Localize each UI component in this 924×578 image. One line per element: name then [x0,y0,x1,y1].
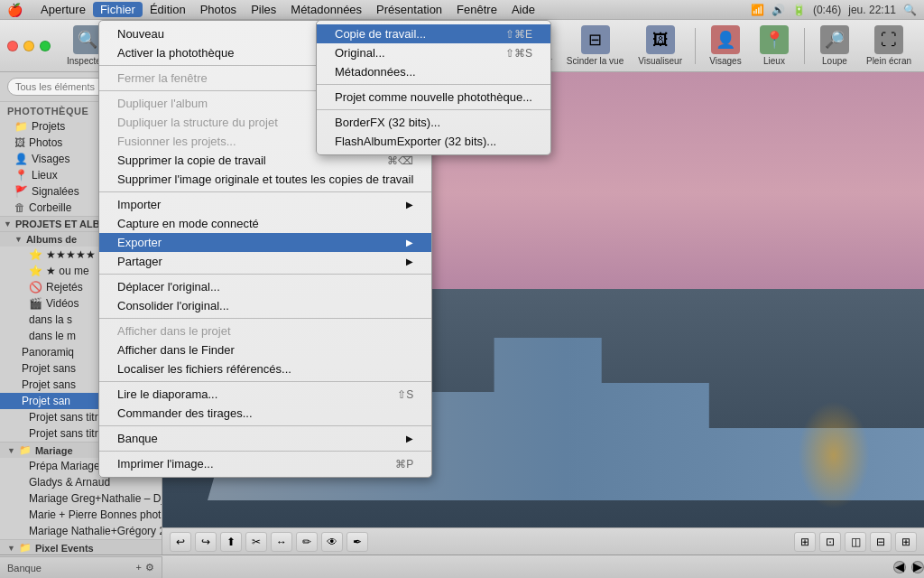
toolbar-r5[interactable]: ⊞ [895,532,917,552]
menubar-aide[interactable]: Aide [504,2,542,17]
submenu-sep-1 [317,84,550,85]
stars5-icon: ⭐ [29,248,42,261]
menubar-presentation[interactable]: Présentation [369,2,449,17]
menu-imprimer[interactable]: Imprimer l'image... ⌘P [99,454,431,473]
menubar-fichier[interactable]: Fichier [93,2,143,17]
sidebar-label-dans-m: dans le m [29,330,76,342]
wc-prev[interactable]: ◀ [893,561,906,573]
toolbar-r3[interactable]: ◫ [845,532,866,552]
triangle-pixel: ▼ [7,544,15,553]
menu-partager-arrow: ▶ [406,256,413,266]
minimize-button[interactable] [23,41,34,51]
projets-label: PROJETS ET ALBU [15,219,107,229]
visualiseur-button[interactable]: 🖼 Visualiseur [633,22,688,70]
toolbar-up-btn[interactable]: ⬆ [220,532,242,552]
triangle-mariage: ▼ [7,446,15,455]
menu-supprimer-originale[interactable]: Supprimer l'image originale et toutes le… [99,170,431,189]
toolbar-r2[interactable]: ⊡ [819,532,841,552]
submenu-copie-travail[interactable]: Copie de travail... ⇧⌘E [317,24,550,43]
albums-label: Albums de [26,234,77,245]
sidebar-label-panoramiq: Panoramiq [22,346,74,359]
toolbar-crop-btn[interactable]: ✂ [245,532,267,552]
menubar-edition[interactable]: Édition [143,2,193,17]
sidebar-label-starsme: ★ ou me [46,265,89,277]
toolbar-r1[interactable]: ⊞ [794,532,816,552]
menubar-search-icon[interactable]: 🔍 [903,4,917,16]
menu-supprimer-copie-label: Supprimer la copie de travail [117,154,266,167]
toolbar-select-btn[interactable]: ↩ [170,532,191,552]
menu-activer-label: Activer la photothèque [117,46,234,60]
toolbar-r4[interactable]: ⊟ [870,532,892,552]
sidebar-label-videos: Vidéos [46,297,79,310]
menu-partager[interactable]: Partager ▶ [99,252,431,271]
menubar-photos[interactable]: Photos [193,2,244,17]
scinder-button[interactable]: ⊟ Scinder la vue [561,22,629,70]
submenu-projet-phototheque[interactable]: Projet comme nouvelle photothèque... [317,88,550,107]
lieux-button[interactable]: 📍 Lieux [752,22,797,70]
menu-diaporama-label: Lire le diaporama... [117,387,217,401]
window-controls-right: ◀ ▶ [893,561,924,573]
menu-capture[interactable]: Capture en mode connecté [99,214,431,233]
menubar-sound-icon: 🔊 [772,4,785,16]
sidebar-marie-pierre[interactable]: Marie + Pierre Bonnes photos [0,507,162,523]
menu-afficher-projet[interactable]: Afficher dans le projet [99,322,431,340]
menubar: 🍎 Aperture Fichier Édition Photos Piles … [0,0,924,20]
submenu-original-shortcut: ⇧⌘S [505,47,532,60]
maximize-button[interactable] [40,41,51,51]
menu-sep-4 [99,274,431,275]
menu-dupliquer-album-label: Dupliquer l'album [117,97,208,110]
sidebar-label-projet-3: Projet san [22,395,70,407]
submenu-borderfx[interactable]: BorderFX (32 bits)... [317,113,550,132]
wc-next[interactable]: ▶ [911,561,924,573]
plein-ecran-button[interactable]: ⛶ Plein écran [861,22,917,70]
menu-diaporama[interactable]: Lire le diaporama... ⇧S [99,385,431,404]
menu-importer[interactable]: Importer ▶ [99,195,431,214]
menu-fusionner-label: Fusionner les projets... [117,135,236,148]
menubar-metadonnees[interactable]: Métadonnées [283,2,369,17]
add-album-button[interactable]: + [136,562,142,573]
toolbar-rotate-btn[interactable]: ↪ [195,532,217,552]
menu-localiser[interactable]: Localiser les fichiers référencés... [99,359,431,378]
menu-consolider[interactable]: Consolider l'original... [99,296,431,315]
menu-afficher-finder[interactable]: Afficher dans le Finder [99,340,431,359]
toolbar-retouch-btn[interactable]: ✏ [296,532,318,552]
toolbar-eye-btn[interactable]: 👁 [321,532,343,552]
sidebar-label-photos: Photos [29,136,62,149]
menu-capture-label: Capture en mode connecté [117,217,259,230]
plein-ecran-icon: ⛶ [874,25,903,54]
menu-dupliquer-structure-label: Dupliquer la structure du projet [117,116,278,129]
sidebar-label-corbeille: Corbeille [29,201,71,214]
sidebar-greg-nathalie[interactable]: Mariage Greg+Nathalie – Djé [0,490,162,507]
toolbar-pen-btn[interactable]: ✒ [346,532,368,552]
visages-button[interactable]: 👤 Visages [703,22,748,70]
toolbar-flip-btn[interactable]: ↔ [271,532,292,552]
menu-banque-arrow: ▶ [406,434,413,443]
photos-icon: 🖼 [14,136,25,149]
menubar-fenetre[interactable]: Fenêtre [449,2,504,17]
submenu-metadonnees[interactable]: Métadonnées... [317,62,550,81]
submenu-flashalbum[interactable]: FlashAlbumExporter (32 bits)... [317,132,550,151]
apple-menu[interactable]: 🍎 [7,3,23,17]
settings-icon[interactable]: ⚙ [145,562,154,573]
menu-imprimer-shortcut: ⌘P [395,458,413,471]
menu-tirages[interactable]: Commander des tirages... [99,404,431,423]
sidebar-label-dans-s: dans la s [29,313,72,326]
traffic-lights [7,41,51,51]
pixel-label: Pixel Events [35,543,94,554]
menubar-aperture[interactable]: Aperture [33,2,93,17]
menu-diaporama-shortcut: ⇧S [397,388,413,401]
submenu-copie-shortcut: ⇧⌘E [505,28,532,41]
menubar-piles[interactable]: Piles [244,2,283,17]
menu-banque[interactable]: Banque ▶ [99,429,431,448]
menu-exporter[interactable]: Exporter ▶ [99,233,431,252]
menu-deplacer[interactable]: Déplacer l'original... [99,277,431,296]
menu-partager-label: Partager [117,255,162,268]
loupe-button[interactable]: 🔎 Loupe [812,22,857,70]
submenu-original[interactable]: Original... ⇧⌘S [317,43,550,62]
sidebar-nathalie-gregory[interactable]: Mariage Nathalie+Grégory 21 Aout 2010 [0,523,162,539]
submenu-copie-label: Copie de travail... [335,27,426,41]
sidebar-label-marie-pierre: Marie + Pierre Bonnes photos [29,508,162,521]
mariage-folder-icon: 📁 [19,444,32,456]
close-button[interactable] [7,41,18,51]
submenu-metadonnees-label: Métadonnées... [335,65,416,79]
